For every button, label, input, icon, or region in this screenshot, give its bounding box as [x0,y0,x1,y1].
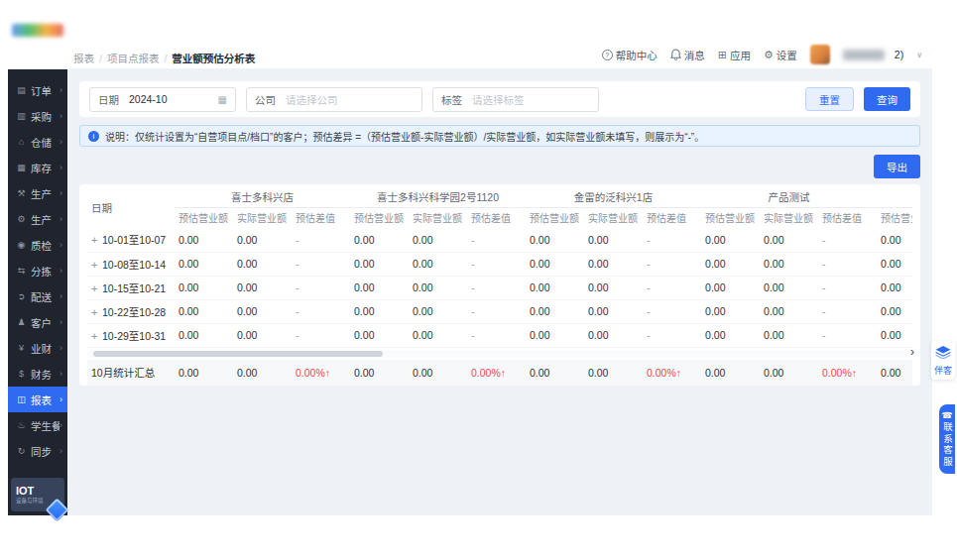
topbar-actions: ? 帮助中心 消息 ⊞ 应用 ⚙ 设置 2) ∨ [602,45,922,64]
company-filter[interactable]: 公司 请选择公司 [246,87,422,112]
banke-widget[interactable]: 伴客 [931,341,955,380]
column-group-header-3: 产品测试 [701,186,877,207]
sidebar-item-student-meal[interactable]: ♨学生餐› [8,412,67,438]
sidebar-item-reports[interactable]: ◫报表› [8,387,67,412]
notice-banner: i 说明：仅统计设置为“自营项目点/档口”的客户；预估差异 =（预估营业额-实际… [79,125,920,147]
sidebar-item-production-2[interactable]: ⚙生产› [8,206,67,232]
messages-button[interactable]: 消息 [670,48,705,62]
sidebar-item-label: 订单 [31,83,60,98]
breadcrumb-item-site-reports[interactable]: 项目点报表 [107,51,160,65]
chevron-right-icon: › [60,446,62,456]
sidebar-item-label: 财务 [31,367,60,382]
column-subheader: 预估营业额 [526,207,584,228]
cell-value: 0.00 [584,252,643,276]
table-scroll-area[interactable]: 日期喜士多科兴店喜士多科兴科学园2号1120金雷的泛科兴1店产品测试 预估营业额… [87,186,912,348]
column-group-header-1: 喜士多科兴科学园2号1120 [350,186,526,207]
filter-bar: 日期 2024-10 ▦ 公司 请选择公司 标签 请选择标签 重置 查询 [79,81,920,117]
chevron-right-icon: › [60,394,62,404]
sidebar-item-finance[interactable]: $财务› [8,361,67,387]
summary-value: 0.00%↑ [467,360,526,386]
tag-filter[interactable]: 标签 请选择标签 [432,87,599,112]
sidebar-item-quality[interactable]: ◉质检› [8,232,67,258]
expand-row-icon[interactable]: + [91,282,102,294]
cell-value: 0.00 [877,252,912,276]
table-subhead-row: 预估营业额实际营业额预估差值预估营业额实际营业额预估差值预估营业额实际营业额预估… [87,207,912,228]
table-row: +10-15至10-210.000.00-0.000.00-0.000.00-0… [87,276,912,299]
contact-support-button[interactable]: ☎ 联系客服 [939,404,955,474]
table-toolbar: 导出 [79,155,920,178]
summary-value: 0.00%↑ [643,360,701,386]
sidebar-item-customers[interactable]: ♟客户› [8,309,67,335]
app-window: 报表 / 项目点报表 / 营业额预估分析表 ? 帮助中心 消息 ⊞ 应用 [8,0,932,515]
expand-row-icon[interactable]: + [91,234,102,246]
company-filter-placeholder: 请选择公司 [286,92,414,107]
cell-value: - [643,276,701,299]
cell-value: 0.00 [350,323,409,347]
summary-table: 10月统计汇总0.000.000.00%↑0.000.000.00%↑0.000… [87,360,912,386]
search-button[interactable]: 查询 [864,87,910,111]
cell-value: 0.00 [760,252,818,276]
cell-value: - [643,323,701,347]
date-filter[interactable]: 日期 2024-10 ▦ [89,87,236,112]
sidebar-item-label: 业财 [31,341,60,356]
sidebar-item-biz-finance[interactable]: ¥业财› [8,335,67,361]
cell-value: - [643,228,701,252]
cell-value: 0.00 [701,228,760,252]
column-subheader: 预估营业额 [701,207,760,228]
settings-button[interactable]: ⚙ 设置 [764,48,797,62]
cell-value: - [818,228,877,252]
biz-finance-icon: ¥ [15,343,28,353]
sidebar-item-inventory[interactable]: ▦库存› [8,155,67,180]
sidebar-item-sync[interactable]: ↻同步› [8,438,67,464]
cell-value: - [467,276,526,299]
help-center-button[interactable]: ? 帮助中心 [602,48,658,62]
calendar-icon: ▦ [218,94,227,105]
page: 报表 / 项目点报表 / 营业额预估分析表 ? 帮助中心 消息 ⊞ 应用 [0,0,957,560]
production-icon: ⚒ [15,188,28,198]
reset-button[interactable]: 重置 [805,87,854,111]
cell-value: 0.00 [584,323,643,347]
scrollbar-thumb[interactable] [93,351,383,357]
column-group-header-0: 喜士多科兴店 [175,186,350,207]
expand-row-icon[interactable]: + [91,330,102,342]
scroll-right-icon[interactable]: › [910,345,914,359]
horizontal-scrollbar[interactable]: › [87,350,912,358]
sidebar-item-production-1[interactable]: ⚒生产› [8,180,67,206]
breadcrumb-item-reports[interactable]: 报表 [73,51,94,65]
summary-value: 0.00 [526,360,584,386]
expand-row-icon[interactable]: + [91,259,102,271]
headset-icon: ☎ [941,410,952,420]
cell-value: - [643,252,701,276]
column-subheader: 预估差值 [818,207,877,228]
chevron-right-icon: › [60,188,62,198]
iot-subtitle: 设备与环境 [16,497,44,504]
cell-value: 0.00 [701,299,760,323]
sidebar-item-label: 质检 [31,238,60,253]
table-row: +10-29至10-310.000.00-0.000.00-0.000.00-0… [87,323,912,347]
warehouse-icon: ⌂ [15,137,28,147]
sidebar-item-sorting[interactable]: ⇆分拣› [8,258,67,283]
cell-value: 0.00 [526,228,584,252]
sidebar-item-delivery[interactable]: ➲配送› [8,283,67,309]
cell-value: - [818,252,877,276]
chevron-right-icon: › [60,240,62,250]
sidebar-item-label: 分拣 [31,264,60,279]
report-table: 日期喜士多科兴店喜士多科兴科学园2号1120金雷的泛科兴1店产品测试 预估营业额… [87,186,912,348]
expand-row-icon[interactable]: + [91,306,102,318]
avatar[interactable] [810,45,830,64]
notice-text: 说明：仅统计设置为“自营项目点/档口”的客户；预估差异 =（预估营业额-实际营业… [105,129,704,144]
sidebar-item-orders[interactable]: ▤订单› [8,77,67,103]
customers-icon: ♟ [15,317,28,327]
chevron-down-icon[interactable]: ∨ [916,51,922,59]
export-button[interactable]: 导出 [874,155,920,178]
main-content: 日期 2024-10 ▦ 公司 请选择公司 标签 请选择标签 重置 查询 i [67,69,932,515]
sidebar-item-warehouse[interactable]: ⌂仓储› [8,129,67,155]
summary-value: 0.00 [760,360,818,386]
finance-icon: $ [15,369,28,379]
help-icon: ? [602,50,613,60]
sidebar-item-purchase[interactable]: ▥采购› [8,103,67,129]
cell-value: 0.00 [233,276,292,299]
cell-value: 0.00 [877,276,912,299]
apps-button[interactable]: ⊞ 应用 [718,48,751,62]
column-subheader: 实际营业额 [760,207,818,228]
